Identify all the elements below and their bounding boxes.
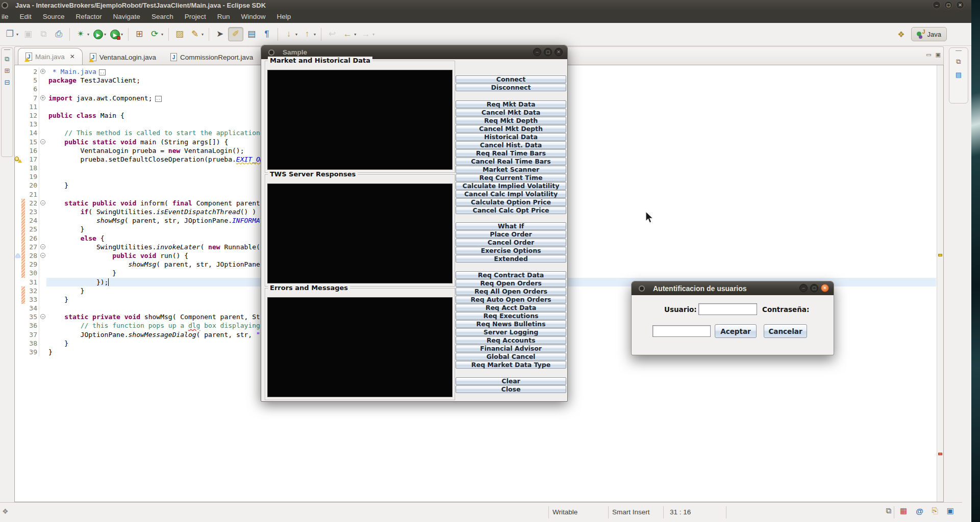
cancel-mkt-data-button[interactable]: Cancel Mkt Data	[456, 109, 566, 116]
menu-item-search[interactable]: Search	[146, 11, 179, 23]
tab-ventanalogin-java[interactable]: JVentanaLogin.java	[83, 49, 163, 65]
new-java-project-icon[interactable]: ⊞	[132, 27, 146, 41]
req-all-open-orders-button[interactable]: Req All Open Orders	[456, 288, 566, 295]
run-last-icon[interactable]: ▶▾	[109, 27, 124, 41]
window-titlebar[interactable]: Java - InteractiveBrokers/EjemploRobot/T…	[0, 0, 971, 11]
menu-item-edit[interactable]: Edit	[14, 11, 37, 23]
auth-window-menu-icon[interactable]	[639, 285, 645, 292]
place-order-button[interactable]: Place Order	[456, 230, 566, 238]
search-icon[interactable]: ✎▾	[188, 27, 205, 41]
mark-occurrences-icon[interactable]: ➤	[213, 27, 227, 41]
open-element-icon[interactable]: ▨	[172, 27, 187, 41]
req-executions-button[interactable]: Req Executions	[456, 312, 566, 320]
folded-region-icon[interactable]: ..	[155, 96, 162, 102]
text-panel[interactable]	[267, 184, 453, 283]
clear-button[interactable]: Clear	[456, 377, 566, 385]
warning-mark[interactable]	[938, 254, 942, 256]
req-real-time-bars-button[interactable]: Req Real Time Bars	[456, 149, 566, 157]
financial-advisor-button[interactable]: Financial Advisor	[456, 345, 566, 352]
fold-toggle-icon[interactable]: −	[40, 253, 45, 258]
auth-minimize-button[interactable]: –	[799, 284, 808, 292]
synchronize-icon[interactable]: ▦	[900, 506, 907, 515]
exercise-options-button[interactable]: Exercise Options	[456, 247, 566, 254]
tab-main-java[interactable]: JMain.java✕	[18, 48, 83, 65]
menu-item-source[interactable]: Source	[37, 11, 70, 23]
sample-minimize-button[interactable]: –	[533, 48, 541, 56]
fold-toggle-icon[interactable]: −	[40, 139, 45, 144]
historical-data-button[interactable]: Historical Data	[456, 133, 566, 141]
what-if-button[interactable]: What If	[456, 222, 566, 230]
window-menu-icon[interactable]	[2, 2, 8, 9]
restore-view-icon[interactable]: ⧉	[956, 58, 961, 65]
minimize-editor-icon[interactable]: ▭	[926, 51, 931, 58]
global-cancel-button[interactable]: Global Cancel	[456, 353, 566, 360]
sample-close-button[interactable]: ✕	[555, 48, 563, 56]
auth-close-button[interactable]: ✕	[821, 284, 829, 292]
export-log-icon[interactable]: ⎘	[932, 506, 938, 515]
close-tab-icon[interactable]: ✕	[70, 53, 75, 60]
trim-minimize-icon[interactable]	[956, 50, 962, 52]
new-java-class-icon[interactable]: ⟳▾	[147, 27, 165, 41]
disconnect-button[interactable]: Disconnect	[456, 84, 566, 91]
req-acct-data-button[interactable]: Req Acct Data	[456, 304, 566, 311]
cancelar-button[interactable]: Cancelar	[764, 324, 807, 338]
fold-toggle-icon[interactable]: +	[40, 95, 45, 100]
tab-commissionreport-java[interactable]: JCommissionReport.java	[163, 49, 260, 65]
req-mkt-depth-button[interactable]: Req Mkt Depth	[456, 117, 566, 124]
contrasena-field[interactable]	[652, 325, 711, 337]
fast-view-icon[interactable]: ❖	[2, 507, 9, 515]
java-perspective-button[interactable]: J Java	[911, 27, 947, 41]
run-icon[interactable]: ▶▾	[92, 27, 108, 41]
req-news-bulletins-button[interactable]: Req News Bulletins	[456, 320, 566, 328]
overview-ruler[interactable]	[937, 65, 943, 502]
trim-minimize-icon[interactable]	[4, 49, 10, 51]
fold-toggle-icon[interactable]: −	[40, 314, 45, 319]
req-accounts-button[interactable]: Req Accounts	[456, 336, 566, 344]
cancel-calc-opt-price-button[interactable]: Cancel Calc Opt Price	[456, 206, 566, 214]
console-icon[interactable]: ▣	[947, 506, 954, 515]
cancel-mkt-depth-button[interactable]: Cancel Mkt Depth	[456, 125, 566, 133]
cancel-order-button[interactable]: Cancel Order	[456, 239, 566, 246]
req-open-orders-button[interactable]: Req Open Orders	[456, 279, 566, 287]
req-mkt-data-button[interactable]: Req Mkt Data	[456, 100, 566, 108]
connect-button[interactable]: Connect	[456, 75, 566, 83]
window-close-button[interactable]: ✕	[956, 1, 964, 9]
maximize-editor-icon[interactable]: ▣	[936, 51, 941, 58]
auth-titlebar[interactable]: Autentificacion de usuarios – ▢ ✕	[632, 281, 834, 295]
package-explorer-icon[interactable]: ⊞	[5, 67, 10, 74]
req-market-data-type-button[interactable]: Req Market Data Type	[456, 361, 566, 369]
warning-icon[interactable]	[15, 156, 21, 162]
highlighter-icon[interactable]: ✐	[228, 27, 243, 41]
show-whitespace-icon[interactable]: ¶	[260, 27, 274, 41]
fold-toggle-icon[interactable]: +	[40, 69, 45, 74]
previous-annotation-icon[interactable]: ↑▾	[300, 27, 317, 41]
usuario-field[interactable]	[698, 303, 757, 315]
fold-toggle-icon[interactable]: −	[40, 200, 45, 205]
new-wizard-icon[interactable]: ❐▾	[3, 27, 20, 41]
close-button[interactable]: Close	[456, 385, 566, 393]
open-perspective-icon[interactable]: ❖	[897, 30, 904, 39]
req-contract-data-button[interactable]: Req Contract Data	[456, 271, 566, 279]
text-panel[interactable]	[267, 70, 453, 170]
fold-toggle-icon[interactable]: −	[40, 244, 45, 249]
menu-item-project[interactable]: Project	[179, 11, 212, 23]
cancel-real-time-bars-button[interactable]: Cancel Real Time Bars	[456, 158, 566, 165]
req-current-time-button[interactable]: Req Current Time	[456, 174, 566, 181]
cancel-hist-data-button[interactable]: Cancel Hist. Data	[456, 141, 566, 149]
menu-item-ile[interactable]: ile	[0, 11, 14, 23]
debug-icon[interactable]: ✴▾	[73, 27, 91, 41]
text-panel[interactable]	[267, 297, 453, 397]
calculate-implied-volatility-button[interactable]: Calculate Implied Volatility	[456, 182, 566, 190]
extended-button[interactable]: Extended	[456, 255, 566, 263]
outline-view-icon[interactable]: ▤	[956, 71, 962, 79]
menu-item-navigate[interactable]: Navigate	[108, 11, 146, 23]
show-source-icon[interactable]: ▤	[244, 27, 259, 41]
sample-window-menu-icon[interactable]	[268, 49, 274, 56]
sample-maximize-button[interactable]: ▢	[544, 48, 552, 56]
at-sign-icon[interactable]: @	[916, 507, 923, 515]
menu-item-help[interactable]: Help	[271, 11, 296, 23]
menu-item-refactor[interactable]: Refactor	[70, 11, 108, 23]
req-auto-open-orders-button[interactable]: Req Auto Open Orders	[456, 296, 566, 303]
restore-trim-icon[interactable]: ⧉	[886, 506, 891, 515]
type-hierarchy-icon[interactable]: ⊟	[5, 79, 10, 86]
